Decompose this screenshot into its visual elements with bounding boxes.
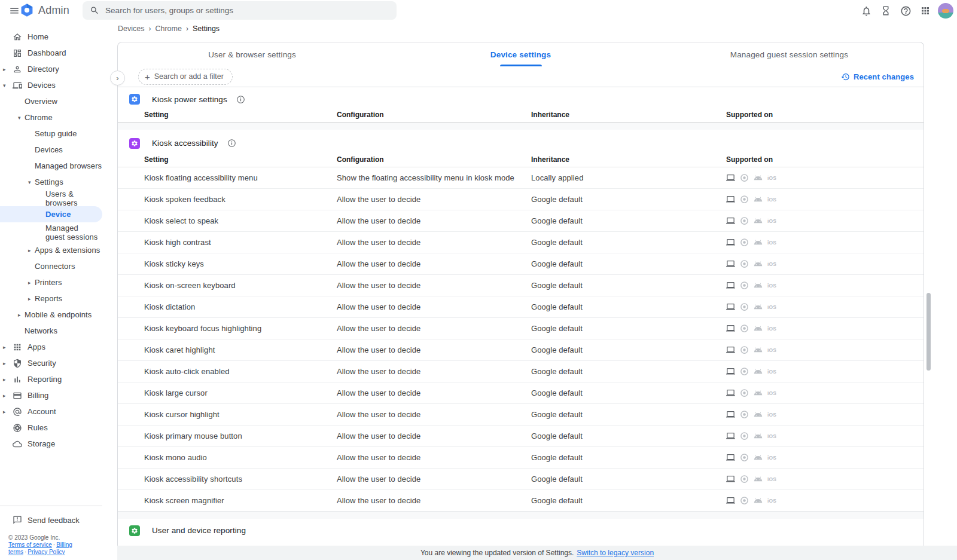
- sidebar-item-dashboard[interactable]: Dashboard: [0, 45, 102, 61]
- sidebar-item-home[interactable]: Home: [0, 29, 102, 45]
- sidebar-item-account[interactable]: ▸Account: [0, 403, 102, 420]
- table-row-kiosk-screen-magnifier[interactable]: Kiosk screen magnifierAllow the user to …: [118, 490, 924, 512]
- scrollbar-thumb[interactable]: [926, 293, 931, 371]
- chevron-right-icon[interactable]: ▸: [28, 280, 35, 286]
- billing-icon: [12, 390, 23, 401]
- sidebar-item-managed-guest-sessions[interactable]: Managed guest sessions: [0, 222, 102, 242]
- collapse-panel-button[interactable]: ›: [110, 71, 125, 85]
- sidebar-item-device[interactable]: Device: [0, 206, 102, 222]
- chevron-right-icon[interactable]: ▸: [3, 393, 9, 399]
- chevron-right-icon[interactable]: ▸: [18, 312, 25, 318]
- sidebar-item-storage[interactable]: Storage: [0, 436, 102, 452]
- settings-card: › User & browser settingsDevice settings…: [117, 42, 924, 546]
- hamburger-menu-icon[interactable]: [8, 4, 21, 17]
- chevron-down-icon[interactable]: ▾: [18, 115, 25, 121]
- chevron-right-icon[interactable]: ▸: [3, 377, 9, 382]
- chromeos-icon: [726, 367, 735, 376]
- chevron-down-icon[interactable]: ▾: [3, 82, 9, 88]
- sidebar-item-rules[interactable]: Rules: [0, 420, 102, 436]
- sidebar-item-billing[interactable]: ▸Billing: [0, 387, 102, 403]
- sidebar-item-users-browsers[interactable]: Users & browsers: [0, 190, 102, 206]
- configuration-value: Allow the user to decide: [337, 324, 531, 333]
- sidebar-item-apps[interactable]: ▸Apps: [0, 339, 102, 355]
- breadcrumb-chrome[interactable]: Chrome: [155, 25, 181, 33]
- legal-link-privacy-policy[interactable]: Privacy Policy: [28, 549, 65, 555]
- sidebar-item-reporting[interactable]: ▸Reporting: [0, 371, 102, 387]
- switch-legacy-link[interactable]: Switch to legacy version: [577, 549, 654, 557]
- setting-name: Kiosk keyboard focus highlighting: [144, 324, 337, 333]
- inheritance-value: Google default: [531, 324, 726, 333]
- table-row-kiosk-spoken-feedback[interactable]: Kiosk spoken feedbackAllow the user to d…: [118, 189, 924, 210]
- sidebar-item-mobile-endpoints[interactable]: ▸Mobile & endpoints: [0, 307, 102, 323]
- sidebar-item-networks[interactable]: Networks: [0, 323, 102, 339]
- chevron-right-icon[interactable]: ▸: [28, 296, 35, 302]
- copyright: © 2023 Google Inc.: [0, 528, 102, 541]
- sidebar-item-apps-extensions[interactable]: ▸Apps & extensions: [0, 242, 102, 258]
- column-header-supported-on: Supported on: [726, 111, 924, 119]
- legal-link-terms-of-service[interactable]: Terms of service: [8, 541, 52, 548]
- sidebar-item-connectors[interactable]: Connectors: [0, 258, 102, 274]
- supported-on-icons: iOS: [726, 281, 924, 290]
- sidebar-item-devices[interactable]: ▾Devices: [0, 77, 102, 93]
- table-row-kiosk-high-contrast[interactable]: Kiosk high contrastAllow the user to dec…: [118, 232, 924, 253]
- table-row-kiosk-sticky-keys[interactable]: Kiosk sticky keysAllow the user to decid…: [118, 253, 924, 275]
- sidebar-item-label: Users & browsers: [45, 189, 102, 207]
- chevron-right-icon[interactable]: ▸: [3, 360, 9, 366]
- sidebar-item-reports[interactable]: ▸Reports: [0, 290, 102, 307]
- table-row-kiosk-auto-click-enabled[interactable]: Kiosk auto-click enabledAllow the user t…: [118, 361, 924, 382]
- table-row-kiosk-primary-mouse-button[interactable]: Kiosk primary mouse buttonAllow the user…: [118, 426, 924, 447]
- chevron-right-icon[interactable]: ▸: [3, 409, 9, 415]
- tab-managed-guest-session-settings[interactable]: Managed guest session settings: [655, 42, 924, 66]
- table-row-kiosk-cursor-highlight[interactable]: Kiosk cursor highlightAllow the user to …: [118, 404, 924, 426]
- help-icon[interactable]: [898, 4, 913, 18]
- version-message: You are viewing the updated version of S…: [420, 549, 574, 557]
- sidebar-item-devices[interactable]: Devices: [0, 142, 102, 158]
- table-row-kiosk-on-screen-keyboard[interactable]: Kiosk on-screen keyboardAllow the user t…: [118, 275, 924, 296]
- recent-changes-button[interactable]: Recent changes: [841, 72, 914, 81]
- table-row-kiosk-accessibility-shortcuts[interactable]: Kiosk accessibility shortcutsAllow the u…: [118, 469, 924, 490]
- breadcrumb-devices[interactable]: Devices: [118, 25, 144, 33]
- sidebar-item-managed-browsers[interactable]: Managed browsers: [0, 158, 102, 174]
- sidebar-item-overview[interactable]: Overview: [0, 93, 102, 109]
- search-icon: [90, 5, 99, 16]
- table-row-kiosk-floating-accessibility-menu[interactable]: Kiosk floating accessibility menuShow th…: [118, 167, 924, 189]
- chevron-down-icon[interactable]: ▾: [28, 179, 35, 185]
- chrome-browser-icon: [740, 324, 749, 333]
- main-content: Devices›Chrome›Settings › User & browser…: [102, 22, 957, 560]
- chevron-right-icon[interactable]: ▸: [3, 66, 9, 72]
- notifications-icon[interactable]: [859, 4, 873, 18]
- apps-grid-icon[interactable]: [918, 4, 932, 18]
- chevron-right-icon[interactable]: ▸: [3, 344, 9, 350]
- tab-user-browser-settings[interactable]: User & browser settings: [118, 42, 386, 66]
- info-icon[interactable]: [227, 139, 236, 148]
- search-input[interactable]: [105, 6, 389, 15]
- ios-label: iOS: [767, 455, 776, 461]
- add-filter-chip[interactable]: + Search or add a filter: [138, 69, 233, 85]
- sidebar-item-setup-guide[interactable]: Setup guide: [0, 126, 102, 142]
- table-row-kiosk-keyboard-focus-highlighting[interactable]: Kiosk keyboard focus highlightingAllow t…: [118, 318, 924, 339]
- table-row-kiosk-select-to-speak[interactable]: Kiosk select to speakAllow the user to d…: [118, 210, 924, 232]
- sidebar-item-settings[interactable]: ▾Settings: [0, 174, 102, 190]
- sidebar-item-printers[interactable]: ▸Printers: [0, 274, 102, 290]
- table-row-kiosk-dictation[interactable]: Kiosk dictationAllow the user to decideG…: [118, 296, 924, 318]
- sidebar-item-security[interactable]: ▸Security: [0, 355, 102, 371]
- chevron-right-icon[interactable]: ▸: [28, 247, 35, 253]
- avatar[interactable]: [938, 3, 953, 19]
- hourglass-icon[interactable]: [879, 4, 893, 18]
- section-divider: [118, 512, 924, 519]
- info-icon[interactable]: [236, 95, 245, 104]
- table-row-kiosk-mono-audio[interactable]: Kiosk mono audioAllow the user to decide…: [118, 447, 924, 469]
- send-feedback-button[interactable]: Send feedback: [0, 512, 102, 528]
- table-row-kiosk-caret-highlight[interactable]: Kiosk caret highlightAllow the user to d…: [118, 339, 924, 361]
- supported-on-icons: iOS: [726, 345, 924, 354]
- supported-on-icons: iOS: [726, 302, 924, 311]
- global-search[interactable]: [83, 1, 397, 20]
- column-header-supported-on: Supported on: [726, 155, 924, 164]
- devices-icon: [12, 80, 23, 91]
- sidebar-item-directory[interactable]: ▸Directory: [0, 61, 102, 77]
- admin-logo[interactable]: Admin: [20, 3, 69, 17]
- sidebar-item-chrome[interactable]: ▾Chrome: [0, 109, 102, 126]
- table-row-kiosk-large-cursor[interactable]: Kiosk large cursorAllow the user to deci…: [118, 382, 924, 404]
- tab-device-settings[interactable]: Device settings: [386, 42, 655, 66]
- inheritance-value: Locally applied: [531, 173, 726, 182]
